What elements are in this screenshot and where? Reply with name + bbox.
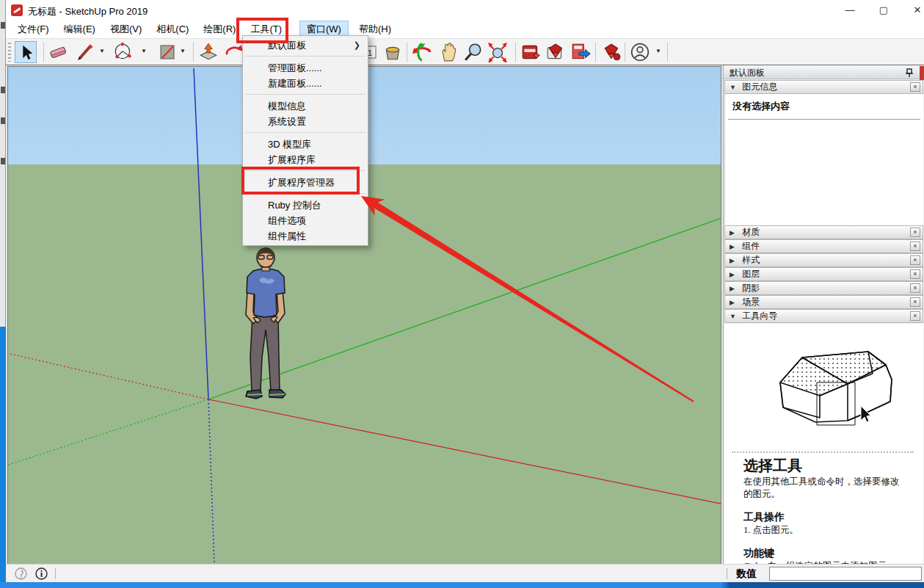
extension-warehouse-button[interactable] xyxy=(600,41,622,63)
menu-separator xyxy=(243,190,368,197)
orbit-tool-button[interactable] xyxy=(411,41,433,63)
statusbar-separator xyxy=(727,568,727,579)
toolbar-separator xyxy=(43,43,44,62)
section-shadows[interactable]: ▶ 阴影 × xyxy=(724,281,923,295)
menu-view[interactable]: 视图(V) xyxy=(103,21,149,38)
minimize-button[interactable]: — xyxy=(833,0,867,21)
section-instructor[interactable]: ▼ 工具向导 × xyxy=(724,309,923,323)
toolbar-separator xyxy=(595,43,596,62)
section-entity-info[interactable]: ▼ 图元信息 × xyxy=(724,80,923,94)
section-label: 样式 xyxy=(742,255,760,265)
section-layers[interactable]: ▶ 图层 × xyxy=(724,267,923,281)
menu-item-extension-warehouse[interactable]: 扩展程序库 xyxy=(243,152,368,167)
section-close-button[interactable]: × xyxy=(910,228,920,237)
section-close-button[interactable]: × xyxy=(910,269,920,279)
section-close-button[interactable]: × xyxy=(910,297,920,307)
section-close-button[interactable]: × xyxy=(910,283,920,293)
info-icon[interactable] xyxy=(35,567,48,580)
window-dropdown-menu: 默认面板❯ 管理面板...... 新建面板...... 模型信息 系统设置 3D… xyxy=(242,35,368,246)
menu-item-preferences[interactable]: 系统设置 xyxy=(243,114,368,129)
menu-file[interactable]: 文件(F) xyxy=(10,21,57,38)
clipped-red-element xyxy=(920,66,924,80)
menu-item-component-options[interactable]: 组件选项 xyxy=(243,213,368,228)
close-button[interactable]: ✕ xyxy=(901,0,924,21)
menu-item-model-info[interactable]: 模型信息 xyxy=(243,98,368,114)
send-to-layout-button[interactable] xyxy=(570,41,592,63)
3d-warehouse-button[interactable] xyxy=(520,41,542,63)
menu-separator xyxy=(243,129,368,137)
section-close-button[interactable]: × xyxy=(910,82,920,92)
section-close-button[interactable]: × xyxy=(910,242,920,251)
collapse-arrow-icon: ▶ xyxy=(730,255,740,267)
eraser-tool-button[interactable] xyxy=(47,41,69,63)
zoom-tool-button[interactable] xyxy=(462,41,484,63)
rotate-icon xyxy=(224,42,244,62)
scale-figure-person[interactable] xyxy=(234,247,297,403)
toolbar-separator xyxy=(193,43,194,62)
menu-item-3d-warehouse[interactable]: 3D 模型库 xyxy=(243,137,368,152)
section-close-button[interactable]: × xyxy=(910,255,920,265)
collapse-arrow-icon: ▶ xyxy=(730,241,740,253)
shape-tool-caret-icon[interactable]: ▼ xyxy=(178,48,188,57)
account-icon xyxy=(630,42,650,62)
section-scenes[interactable]: ▶ 场景 × xyxy=(724,295,923,309)
menu-item-component-attributes[interactable]: 组件属性 xyxy=(243,228,368,244)
maximize-button[interactable]: ▢ xyxy=(867,0,901,21)
menu-item-ruby-console[interactable]: Ruby 控制台 xyxy=(243,197,368,213)
collapse-arrow-icon: ▶ xyxy=(730,297,740,309)
account-caret-icon[interactable]: ▼ xyxy=(653,48,663,57)
pan-hand-icon xyxy=(438,42,459,62)
window-title: 无标题 - SketchUp Pro 2019 xyxy=(28,5,148,18)
menu-bar: 文件(F) 编辑(E) 视图(V) 相机(C) 绘图(R) 工具(T) 窗口(W… xyxy=(6,21,924,38)
section-close-button[interactable]: × xyxy=(910,311,920,321)
section-label: 工具向导 xyxy=(742,311,777,321)
taskbar-edge xyxy=(0,582,924,588)
menu-separator xyxy=(243,91,368,98)
section-label: 材质 xyxy=(742,227,760,237)
select-tool-button[interactable] xyxy=(15,41,37,63)
push-pull-icon xyxy=(198,42,219,62)
protractor-icon xyxy=(113,42,134,62)
menu-edit[interactable]: 编辑(E) xyxy=(57,21,103,38)
menu-item-new-tray[interactable]: 新建面板...... xyxy=(243,76,368,91)
zoom-extents-icon xyxy=(487,42,508,62)
pan-tool-button[interactable] xyxy=(437,41,459,63)
menu-draw[interactable]: 绘图(R) xyxy=(196,21,243,38)
arc-tool-caret-icon[interactable]: ▼ xyxy=(139,48,149,57)
paint-bucket-tool-button[interactable] xyxy=(382,41,404,63)
menu-item-manage-trays[interactable]: 管理面板...... xyxy=(243,60,368,76)
arc-tool-button[interactable] xyxy=(112,41,134,63)
geolocation-icon[interactable] xyxy=(15,567,27,580)
main-area: 默认面板 ▼ 图元信息 × 没有选择内容 ▶ 材质 × xyxy=(6,65,924,564)
line-tool-button[interactable] xyxy=(74,41,96,63)
ruby-gem-icon xyxy=(601,42,622,62)
collapse-arrow-icon: ▶ xyxy=(730,269,740,281)
pencil-icon xyxy=(76,43,95,62)
menu-item-extension-manager[interactable]: 扩展程序管理器 xyxy=(243,175,368,190)
line-tool-caret-icon[interactable]: ▼ xyxy=(97,48,107,57)
eraser-icon xyxy=(48,43,68,62)
default-tray-panel: 默认面板 ▼ 图元信息 × 没有选择内容 ▶ 材质 × xyxy=(723,65,924,565)
push-pull-tool-button[interactable] xyxy=(197,41,219,63)
toolbar-grip[interactable] xyxy=(8,43,11,62)
section-styles[interactable]: ▶ 样式 × xyxy=(724,253,923,267)
entity-info-empty-text: 没有选择内容 xyxy=(725,94,923,113)
menu-camera[interactable]: 相机(C) xyxy=(149,21,196,38)
panel-title-text: 默认面板 xyxy=(730,68,765,78)
instructor-operation-heading: 工具操作 xyxy=(743,511,906,524)
section-materials[interactable]: ▶ 材质 × xyxy=(724,225,923,239)
menu-item-default-tray[interactable]: 默认面板❯ xyxy=(243,37,368,53)
shape-tool-button[interactable] xyxy=(156,41,178,63)
share-model-button[interactable] xyxy=(545,41,567,63)
background-window-sliver xyxy=(0,0,6,588)
zoom-extents-tool-button[interactable] xyxy=(487,41,509,63)
divider xyxy=(728,119,920,120)
clipped-text-fragment xyxy=(1,158,5,164)
instructor-house-illustration xyxy=(774,344,901,434)
clipped-text-fragment xyxy=(1,87,5,93)
section-components[interactable]: ▶ 组件 × xyxy=(724,239,923,253)
account-button[interactable] xyxy=(629,41,651,63)
instructor-content: 选择工具 在使用其他工具或命令时，选择要修改的图元。 工具操作 1. 点击图元。… xyxy=(724,324,923,565)
measurements-input[interactable] xyxy=(769,567,922,581)
pin-icon[interactable] xyxy=(905,68,914,78)
